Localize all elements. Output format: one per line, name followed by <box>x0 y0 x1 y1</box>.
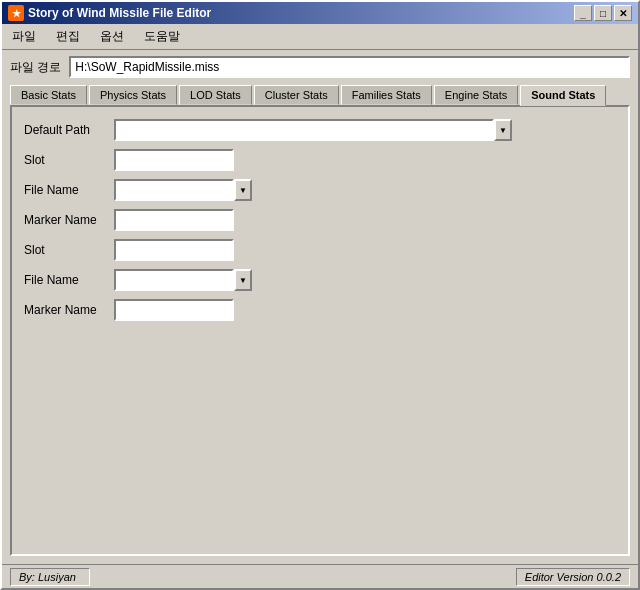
tab-sound-stats[interactable]: Sound Stats <box>520 85 606 106</box>
tab-cluster-stats[interactable]: Cluster Stats <box>254 85 339 105</box>
status-left-text: By: Lusiyan <box>19 571 76 583</box>
file-path-label: 파일 경로 <box>10 59 61 76</box>
filename-2-input[interactable] <box>114 269 234 291</box>
filename-2-dropdown-btn[interactable]: ▼ <box>234 269 252 291</box>
tab-basic-stats[interactable]: Basic Stats <box>10 85 87 105</box>
default-path-dropdown-btn[interactable]: ▼ <box>494 119 512 141</box>
label-slot-2: Slot <box>24 243 114 257</box>
file-path-input[interactable] <box>69 56 630 78</box>
content-area: Default Path ▼ Slot File Name ▼ Marker N… <box>10 105 630 556</box>
form-row-markername-2: Marker Name <box>24 299 616 321</box>
slot-2-input[interactable] <box>114 239 234 261</box>
menu-file[interactable]: 파일 <box>6 26 42 47</box>
filename-1-dropdown-btn[interactable]: ▼ <box>234 179 252 201</box>
filename-1-dropdown-wrapper: ▼ <box>114 179 252 201</box>
title-bar: ★ Story of Wind Missile File Editor _ □ … <box>2 2 638 24</box>
form-row-slot-2: Slot <box>24 239 616 261</box>
status-right-text: Editor Version 0.0.2 <box>525 571 621 583</box>
menu-edit[interactable]: 편집 <box>50 26 86 47</box>
menu-options[interactable]: 옵션 <box>94 26 130 47</box>
status-bar: By: Lusiyan Editor Version 0.0.2 <box>2 564 638 588</box>
minimize-button[interactable]: _ <box>574 5 592 21</box>
menu-bar: 파일 편집 옵션 도움말 <box>2 24 638 50</box>
status-left-box: By: Lusiyan <box>10 568 90 586</box>
tab-physics-stats[interactable]: Physics Stats <box>89 85 177 105</box>
main-window: ★ Story of Wind Missile File Editor _ □ … <box>0 0 640 590</box>
maximize-button[interactable]: □ <box>594 5 612 21</box>
tab-lod-stats[interactable]: LOD Stats <box>179 85 252 105</box>
status-right-box: Editor Version 0.0.2 <box>516 568 630 586</box>
form-row-markername-1: Marker Name <box>24 209 616 231</box>
form-row-filename-1: File Name ▼ <box>24 179 616 201</box>
close-button[interactable]: ✕ <box>614 5 632 21</box>
menu-help[interactable]: 도움말 <box>138 26 186 47</box>
label-filename-2: File Name <box>24 273 114 287</box>
window-title: Story of Wind Missile File Editor <box>28 6 211 20</box>
filename-2-dropdown-wrapper: ▼ <box>114 269 252 291</box>
markername-1-input[interactable] <box>114 209 234 231</box>
title-buttons: _ □ ✕ <box>574 5 632 21</box>
label-filename-1: File Name <box>24 183 114 197</box>
default-path-input[interactable] <box>114 119 494 141</box>
default-path-dropdown-wrapper: ▼ <box>114 119 512 141</box>
file-path-row: 파일 경로 <box>2 50 638 84</box>
tab-families-stats[interactable]: Families Stats <box>341 85 432 105</box>
title-bar-left: ★ Story of Wind Missile File Editor <box>8 5 211 21</box>
app-icon: ★ <box>8 5 24 21</box>
tab-engine-stats[interactable]: Engine Stats <box>434 85 518 105</box>
tabs-row: Basic Stats Physics Stats LOD Stats Clus… <box>2 84 638 105</box>
slot-1-input[interactable] <box>114 149 234 171</box>
label-markername-2: Marker Name <box>24 303 114 317</box>
form-row-default-path: Default Path ▼ <box>24 119 616 141</box>
form-row-filename-2: File Name ▼ <box>24 269 616 291</box>
form-row-slot-1: Slot <box>24 149 616 171</box>
filename-1-input[interactable] <box>114 179 234 201</box>
markername-2-input[interactable] <box>114 299 234 321</box>
label-default-path: Default Path <box>24 123 114 137</box>
label-slot-1: Slot <box>24 153 114 167</box>
label-markername-1: Marker Name <box>24 213 114 227</box>
